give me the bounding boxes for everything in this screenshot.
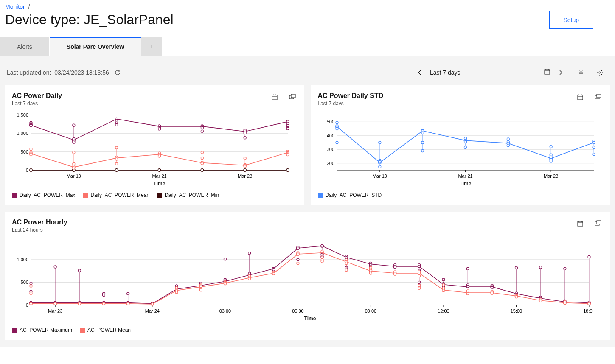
legend-daily-mean[interactable]: Daily_AC_POWER_Mean (83, 192, 149, 198)
svg-text:09:00: 09:00 (365, 308, 377, 314)
svg-text:15:00: 15:00 (511, 308, 522, 314)
svg-rect-187 (578, 221, 583, 226)
svg-point-96 (115, 146, 118, 149)
svg-point-414 (321, 260, 323, 263)
svg-point-267 (30, 282, 32, 285)
svg-text:0: 0 (26, 168, 28, 173)
svg-point-344 (466, 285, 469, 288)
card-calendar-icon[interactable] (270, 92, 280, 102)
svg-point-368 (30, 302, 32, 305)
last-updated-value: 03/24/2023 18:13:56 (54, 69, 109, 76)
svg-point-184 (593, 141, 595, 144)
chart-ac-power-hourly: 05001,000Mar 23Mar 2403:0006:0009:0012:0… (12, 238, 603, 323)
svg-point-409 (297, 262, 299, 264)
svg-point-278 (103, 294, 105, 296)
tab-add-button[interactable]: + (141, 37, 162, 56)
svg-point-434 (418, 287, 421, 289)
range-next-button[interactable] (554, 66, 567, 79)
svg-rect-126 (597, 94, 601, 98)
svg-point-371 (54, 302, 56, 305)
card-expand-icon[interactable] (593, 218, 603, 229)
svg-point-367 (30, 292, 32, 294)
card-calendar-icon[interactable] (575, 218, 585, 229)
refresh-icon[interactable] (112, 67, 123, 78)
breadcrumb-separator: / (28, 3, 30, 10)
svg-text:18:00: 18:00 (583, 308, 593, 314)
svg-point-436 (442, 284, 445, 286)
card-subtitle: Last 24 hours (12, 227, 67, 233)
legend-hourly-max[interactable]: AC_POWER Maximum (12, 327, 72, 333)
svg-text:0: 0 (26, 302, 28, 308)
svg-text:12:00: 12:00 (438, 308, 449, 314)
legend-hourly-mean[interactable]: AC_POWER Mean (80, 327, 131, 333)
svg-text:Mar 24: Mar 24 (145, 308, 160, 314)
svg-point-165 (421, 150, 424, 152)
svg-text:500: 500 (326, 119, 334, 124)
chart-ac-power-daily: 05001,0001,500Mar 19Mar 21Mar 23Time (12, 112, 298, 188)
svg-text:300: 300 (326, 147, 334, 152)
card-title: AC Power Hourly (12, 218, 67, 226)
svg-point-160 (378, 165, 381, 168)
svg-point-408 (297, 253, 299, 255)
breadcrumb: Monitor / (5, 3, 174, 10)
svg-point-73 (201, 130, 203, 132)
svg-point-48 (286, 169, 289, 171)
svg-point-274 (78, 269, 81, 272)
card-expand-icon[interactable] (287, 92, 298, 102)
settings-icon[interactable] (595, 67, 605, 78)
svg-text:06:00: 06:00 (292, 308, 304, 314)
tab-alerts[interactable]: Alerts (0, 37, 50, 56)
svg-point-44 (115, 169, 118, 171)
svg-point-86 (30, 148, 32, 151)
svg-text:1,000: 1,000 (17, 257, 28, 262)
card-ac-power-hourly: AC Power Hourly Last 24 hours 05001,000M… (5, 212, 610, 340)
svg-point-77 (244, 132, 246, 134)
svg-rect-5 (272, 95, 277, 100)
svg-text:1,500: 1,500 (17, 112, 28, 118)
svg-rect-10 (291, 94, 295, 98)
legend-daily-min[interactable]: Daily_AC_POWER_Min (157, 192, 219, 198)
svg-point-296 (224, 258, 226, 260)
svg-point-99 (115, 162, 118, 165)
legend-daily-std[interactable]: Daily_AC_POWER_STD (318, 192, 382, 198)
tabs: Alerts Solar Parc Overview + (0, 37, 615, 56)
svg-rect-192 (597, 221, 601, 224)
svg-point-120 (286, 154, 289, 156)
date-range-selector[interactable]: Last 7 days (427, 65, 554, 80)
svg-point-186 (593, 153, 595, 156)
svg-point-98 (115, 158, 118, 160)
setup-button[interactable]: Setup (549, 11, 593, 29)
svg-point-432 (418, 274, 421, 277)
svg-point-330 (394, 266, 396, 269)
svg-point-374 (78, 302, 81, 305)
svg-text:Time: Time (304, 316, 316, 322)
tab-solar-parc-overview[interactable]: Solar Parc Overview (50, 37, 141, 56)
svg-point-45 (158, 169, 160, 171)
breadcrumb-root[interactable]: Monitor (5, 3, 25, 10)
pin-icon[interactable] (576, 67, 586, 78)
svg-point-338 (442, 278, 445, 281)
svg-point-46 (201, 169, 203, 171)
svg-point-342 (466, 267, 469, 270)
svg-point-362 (588, 255, 590, 258)
svg-point-310 (297, 247, 299, 249)
svg-point-163 (421, 132, 424, 134)
svg-point-281 (127, 292, 129, 295)
range-prev-button[interactable] (413, 66, 427, 79)
card-expand-icon[interactable] (593, 92, 603, 102)
svg-point-106 (201, 151, 203, 154)
svg-point-358 (564, 267, 566, 270)
chart-ac-power-daily-std: 200300400500Mar 19Mar 21Mar 23Time (318, 112, 604, 188)
svg-point-405 (272, 272, 275, 275)
svg-point-157 (378, 141, 381, 144)
svg-point-419 (345, 269, 348, 272)
svg-text:Mar 23: Mar 23 (238, 174, 252, 179)
svg-text:500: 500 (21, 280, 28, 285)
svg-point-170 (464, 146, 466, 148)
card-calendar-icon[interactable] (575, 92, 585, 102)
card-subtitle: Last 7 days (318, 101, 384, 106)
svg-point-450 (515, 296, 517, 298)
svg-point-109 (201, 162, 203, 165)
legend-daily-max[interactable]: Daily_AC_POWER_Max (12, 192, 75, 198)
svg-point-428 (394, 273, 396, 275)
